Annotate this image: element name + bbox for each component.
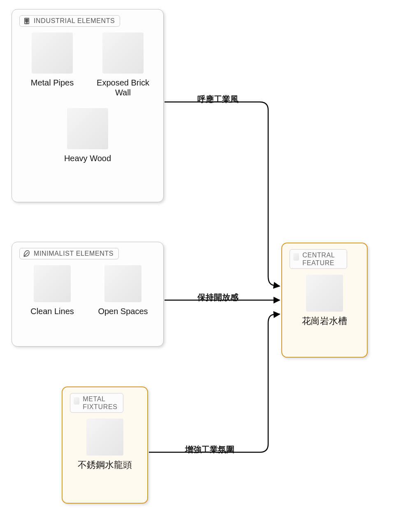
svg-rect-5 (26, 22, 28, 24)
panel-industrial-items: Metal Pipes Exposed Brick Wall Heavy Woo… (19, 32, 156, 163)
building-icon (23, 17, 30, 25)
item-open-spaces: Open Spaces (94, 265, 152, 316)
panel-fixtures-items: 不銹鋼水龍頭 (70, 419, 140, 470)
item-faucet: 不銹鋼水龍頭 (72, 419, 138, 470)
item-exposed-brick: Exposed Brick Wall (94, 32, 152, 97)
panel-minimalist-title: MINIMALIST ELEMENTS (34, 250, 114, 257)
item-label: Exposed Brick Wall (94, 78, 152, 97)
item-label: Metal Pipes (31, 78, 74, 88)
svg-rect-4 (27, 21, 28, 21)
swatch (32, 32, 73, 74)
panel-minimalist-header: MINIMALIST ELEMENTS (19, 248, 119, 259)
item-label: Clean Lines (30, 306, 74, 316)
svg-rect-3 (26, 21, 26, 21)
panel-central-header: CENTRAL FEATURE (290, 249, 347, 269)
svg-rect-2 (27, 19, 28, 20)
edge-label-minimalist: 保持開放感 (197, 292, 239, 303)
swatch (86, 419, 123, 456)
diagram-canvas: INDUSTRIAL ELEMENTS Metal Pipes Exposed … (0, 0, 408, 532)
item-label: 花崗岩水槽 (302, 316, 347, 326)
edge-fixtures-central (149, 314, 280, 452)
panel-central-title: CENTRAL FEATURE (302, 251, 342, 267)
item-metal-pipes: Metal Pipes (23, 32, 81, 97)
panel-minimalist: MINIMALIST ELEMENTS Clean Lines Open Spa… (12, 242, 164, 347)
item-label: Open Spaces (98, 306, 148, 316)
item-label: Heavy Wood (64, 153, 111, 163)
swatch (306, 275, 343, 312)
panel-minimalist-items: Clean Lines Open Spaces (19, 265, 156, 316)
item-granite-sink: 花崗岩水槽 (292, 275, 357, 326)
edge-label-fixtures: 增強工業氛圍 (185, 444, 234, 455)
swatch (104, 265, 141, 302)
swatch-icon (293, 253, 299, 261)
panel-fixtures: METAL FIXTURES 不銹鋼水龍頭 (62, 386, 148, 504)
panel-industrial: INDUSTRIAL ELEMENTS Metal Pipes Exposed … (12, 9, 164, 202)
swatch (34, 265, 71, 302)
panel-fixtures-header: METAL FIXTURES (70, 393, 123, 413)
swatch (67, 108, 108, 149)
edge-label-industrial: 呼應工業風 (197, 94, 239, 105)
panel-fixtures-title: METAL FIXTURES (83, 395, 118, 411)
item-label: 不銹鋼水龍頭 (78, 460, 132, 470)
item-clean-lines: Clean Lines (23, 265, 81, 316)
panel-industrial-title: INDUSTRIAL ELEMENTS (34, 17, 115, 25)
panel-industrial-header: INDUSTRIAL ELEMENTS (19, 15, 120, 27)
panel-central-items: 花崗岩水槽 (290, 275, 359, 326)
swatch-icon (74, 397, 79, 405)
swatch (102, 32, 144, 74)
svg-rect-1 (26, 19, 26, 20)
panel-central: CENTRAL FEATURE 花崗岩水槽 (281, 243, 368, 358)
edge-industrial-central (165, 102, 280, 286)
feather-icon (23, 250, 30, 257)
item-heavy-wood: Heavy Wood (59, 108, 116, 163)
